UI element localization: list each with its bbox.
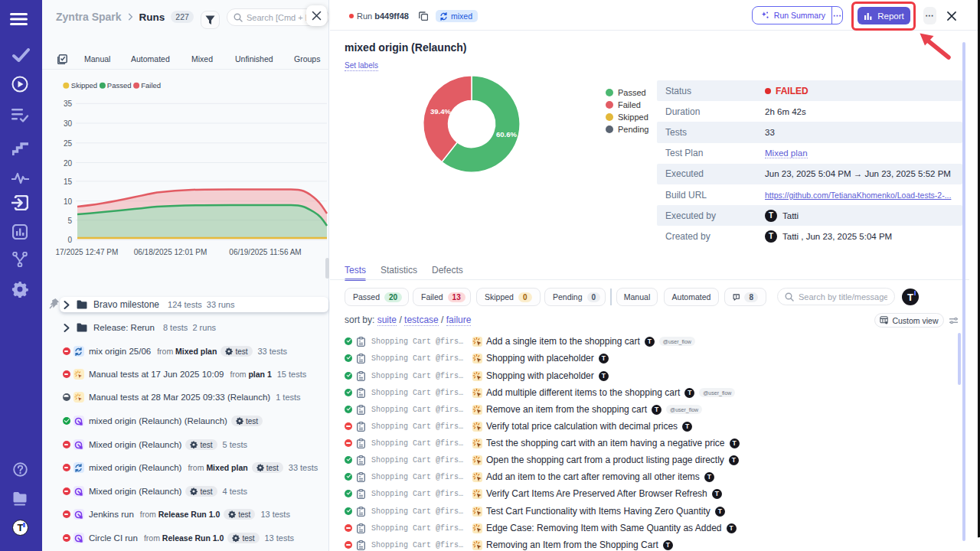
svg-text:06/19/2025 11:56 AM: 06/19/2025 11:56 AM bbox=[229, 248, 301, 256]
svg-text:0: 0 bbox=[67, 236, 72, 244]
svg-text:20: 20 bbox=[64, 159, 73, 168]
svg-text:15: 15 bbox=[64, 178, 73, 186]
svg-text:10: 10 bbox=[64, 197, 73, 206]
svg-text:30: 30 bbox=[64, 119, 73, 128]
svg-text:06/18/2025 12:01 PM: 06/18/2025 12:01 PM bbox=[134, 248, 207, 256]
svg-text:Failed: Failed bbox=[141, 81, 161, 90]
svg-text:Passed: Passed bbox=[107, 81, 132, 90]
svg-text:60.6%: 60.6% bbox=[496, 130, 517, 139]
svg-text:5: 5 bbox=[67, 217, 72, 225]
svg-text:39.4%: 39.4% bbox=[430, 107, 451, 116]
svg-text:35: 35 bbox=[64, 99, 73, 108]
svg-text:25: 25 bbox=[64, 139, 73, 148]
svg-text:17/2025 12:47 PM: 17/2025 12:47 PM bbox=[56, 248, 119, 256]
svg-text:Skipped: Skipped bbox=[71, 81, 97, 90]
